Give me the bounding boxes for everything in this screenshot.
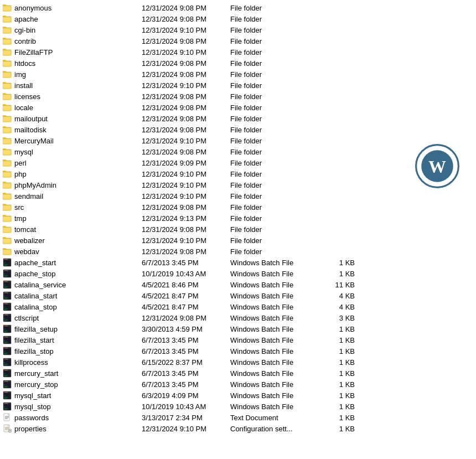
- table-row[interactable]: perl 12/31/2024 9:09 PM File folder: [0, 157, 476, 168]
- table-row[interactable]: properties 12/31/2024 9:10 PM Configurat…: [0, 423, 476, 434]
- table-row[interactable]: >_ filezilla_setup 3/30/2013 4:59 PM Win…: [0, 323, 476, 334]
- table-row[interactable]: >_ mercury_stop 6/7/2013 3:45 PM Windows…: [0, 379, 476, 390]
- file-type-icon: [2, 3, 12, 12]
- file-name: perl: [14, 159, 142, 167]
- file-name: filezilla_start: [14, 336, 142, 344]
- file-date: 12/31/2024 9:09 PM: [142, 159, 230, 167]
- table-row[interactable]: mysql 12/31/2024 9:08 PM File folder: [0, 146, 476, 157]
- file-type-icon: [2, 192, 12, 200]
- table-row[interactable]: >_ apache_start 6/7/2013 3:45 PM Windows…: [0, 257, 476, 268]
- table-row[interactable]: htdocs 12/31/2024 9:08 PM File folder: [0, 58, 476, 69]
- file-size: 1 KB: [322, 369, 355, 378]
- table-row[interactable]: src 12/31/2024 9:08 PM File folder: [0, 202, 476, 213]
- file-type-icon: >_: [2, 269, 12, 278]
- svg-point-85: [7, 303, 8, 305]
- svg-point-59: [4, 270, 6, 271]
- table-row[interactable]: apache 12/31/2024 9:08 PM File folder: [0, 13, 476, 24]
- svg-rect-36: [3, 183, 11, 189]
- svg-text:>_: >_: [4, 306, 7, 308]
- file-name: img: [14, 70, 142, 79]
- file-name: apache_stop: [14, 270, 142, 278]
- file-type-icon: [2, 169, 12, 178]
- table-row[interactable]: >_ catalina_stop 4/5/2021 8:47 PM Window…: [0, 301, 476, 312]
- svg-rect-32: [3, 161, 11, 167]
- table-row[interactable]: >_ killprocess 6/15/2022 8:37 PM Windows…: [0, 357, 476, 368]
- svg-point-115: [4, 348, 6, 349]
- svg-rect-24: [3, 117, 11, 122]
- table-row[interactable]: FileZillaFTP 12/31/2024 9:10 PM File fol…: [0, 47, 476, 58]
- svg-text:>_: >_: [4, 372, 7, 375]
- table-row[interactable]: img 12/31/2024 9:08 PM File folder: [0, 69, 476, 80]
- file-type-label: Windows Batch File: [230, 314, 322, 322]
- file-type-icon: >_: [2, 347, 12, 355]
- file-type-icon: [2, 48, 12, 56]
- file-size: 3 KB: [322, 314, 355, 322]
- svg-point-131: [4, 370, 6, 371]
- table-row[interactable]: contrib 12/31/2024 9:08 PM File folder: [0, 35, 476, 47]
- file-date: 3/30/2013 4:59 PM: [142, 325, 230, 333]
- file-date: 12/31/2024 9:08 PM: [142, 115, 230, 123]
- file-name: install: [14, 81, 142, 90]
- file-type-label: File folder: [230, 4, 322, 12]
- file-type-label: File folder: [230, 115, 322, 123]
- file-date: 6/3/2019 4:09 PM: [142, 391, 230, 400]
- file-type-label: File folder: [230, 225, 322, 234]
- table-row[interactable]: sendmail 12/31/2024 9:10 PM File folder: [0, 190, 476, 202]
- svg-point-77: [7, 292, 8, 293]
- table-row[interactable]: tomcat 12/31/2024 9:08 PM File folder: [0, 224, 476, 235]
- svg-point-60: [6, 270, 7, 271]
- table-row[interactable]: >_ mysql_stop 10/1/2019 10:43 AM Windows…: [0, 401, 476, 412]
- table-row[interactable]: locale 12/31/2024 9:08 PM File folder: [0, 102, 476, 113]
- file-size: 4 KB: [322, 303, 355, 311]
- svg-text:>_: >_: [4, 328, 7, 331]
- file-date: 6/7/2013 3:45 PM: [142, 380, 230, 389]
- file-type-icon: >_: [2, 336, 12, 344]
- table-row[interactable]: >_ mercury_start 6/7/2013 3:45 PM Window…: [0, 368, 476, 379]
- table-row[interactable]: >_ ctlscript 12/31/2024 9:08 PM Windows …: [0, 312, 476, 323]
- file-date: 12/31/2024 9:08 PM: [142, 37, 230, 45]
- file-name: webalizer: [14, 236, 142, 245]
- svg-text:>_: >_: [4, 394, 7, 397]
- svg-point-133: [7, 370, 8, 371]
- table-row[interactable]: >_ apache_stop 10/1/2019 10:43 AM Window…: [0, 268, 476, 279]
- file-date: 4/5/2021 8:47 PM: [142, 303, 230, 311]
- svg-point-140: [6, 381, 7, 382]
- table-row[interactable]: MercuryMail 12/31/2024 9:10 PM File fold…: [0, 135, 476, 146]
- svg-rect-38: [3, 194, 11, 200]
- table-row[interactable]: anonymous 12/31/2024 9:08 PM File folder: [0, 2, 476, 13]
- table-row[interactable]: passwords 3/13/2017 2:34 PM Text Documen…: [0, 412, 476, 423]
- svg-point-92: [6, 314, 7, 316]
- file-type-label: File folder: [230, 170, 322, 178]
- table-row[interactable]: >_ filezilla_stop 6/7/2013 3:45 PM Windo…: [0, 345, 476, 357]
- table-row[interactable]: mailtodisk 12/31/2024 9:08 PM File folde…: [0, 124, 476, 135]
- file-date: 12/31/2024 9:08 PM: [142, 148, 230, 156]
- table-row[interactable]: tmp 12/31/2024 9:13 PM File folder: [0, 213, 476, 224]
- table-row[interactable]: licenses 12/31/2024 9:08 PM File folder: [0, 91, 476, 102]
- file-size: 1 KB: [322, 259, 355, 267]
- svg-point-116: [6, 348, 7, 349]
- table-row[interactable]: webdav 12/31/2024 9:08 PM File folder: [0, 246, 476, 257]
- table-row[interactable]: >_ catalina_service 4/5/2021 8:46 PM Win…: [0, 279, 476, 290]
- table-row[interactable]: >_ catalina_start 4/5/2021 8:47 PM Windo…: [0, 290, 476, 301]
- file-date: 12/31/2024 9:08 PM: [142, 59, 230, 68]
- file-type-label: Windows Batch File: [230, 347, 322, 355]
- table-row[interactable]: >_ filezilla_start 6/7/2013 3:45 PM Wind…: [0, 334, 476, 345]
- file-date: 12/31/2024 9:08 PM: [142, 15, 230, 23]
- file-date: 12/31/2024 9:08 PM: [142, 225, 230, 234]
- svg-rect-40: [3, 205, 11, 211]
- svg-point-107: [4, 337, 6, 338]
- svg-text:>_: >_: [4, 295, 7, 297]
- table-row[interactable]: mailoutput 12/31/2024 9:08 PM File folde…: [0, 113, 476, 124]
- svg-point-51: [4, 259, 6, 260]
- svg-text:>_: >_: [4, 383, 7, 386]
- table-row[interactable]: php 12/31/2024 9:10 PM File folder: [0, 168, 476, 179]
- table-row[interactable]: >_ mysql_start 6/3/2019 4:09 PM Windows …: [0, 390, 476, 401]
- table-row[interactable]: cgi-bin 12/31/2024 9:10 PM File folder: [0, 24, 476, 35]
- file-type-label: Windows Batch File: [230, 358, 322, 367]
- table-row[interactable]: webalizer 12/31/2024 9:10 PM File folder: [0, 235, 476, 246]
- table-row[interactable]: install 12/31/2024 9:10 PM File folder: [0, 80, 476, 91]
- file-date: 12/31/2024 9:13 PM: [142, 214, 230, 223]
- table-row[interactable]: phpMyAdmin 12/31/2024 9:10 PM File folde…: [0, 179, 476, 190]
- file-name: apache: [14, 15, 142, 23]
- svg-rect-22: [3, 106, 11, 111]
